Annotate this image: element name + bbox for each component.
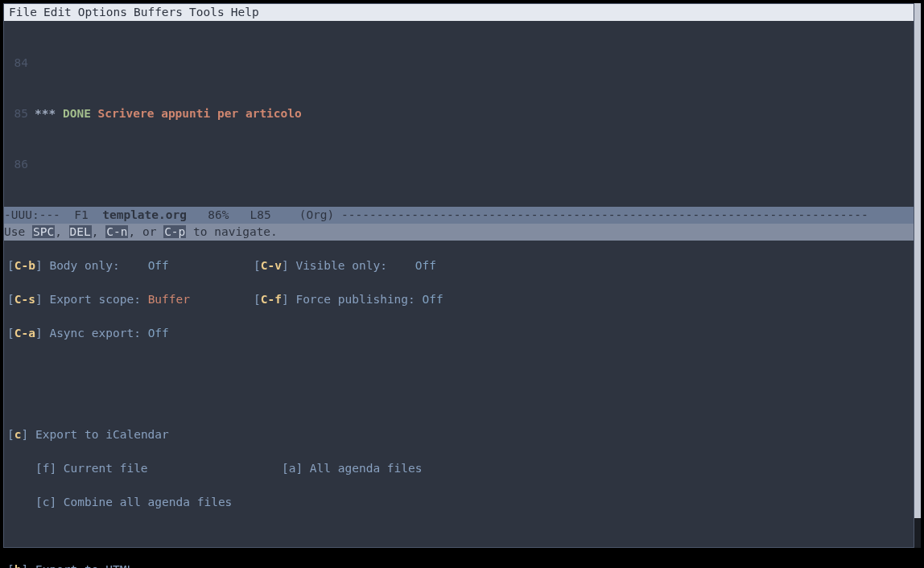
key-cp: C-p (163, 225, 186, 238)
opt-body-only-label: Body only: (49, 259, 147, 272)
org-stars: *** (35, 107, 56, 120)
key-cn: C-n (105, 225, 128, 238)
scrollbar[interactable] (914, 3, 921, 548)
menu-options[interactable]: Options (75, 4, 130, 21)
key-cf[interactable]: C-f (261, 293, 282, 306)
opt-visible-only-value: Off (415, 259, 436, 272)
menu-bar: File Edit Options Buffers Tools Help (4, 4, 914, 21)
menu-tools[interactable]: Tools (186, 4, 228, 21)
modeline-dashes: ----------------------------------------… (341, 207, 868, 224)
buffer-template-org[interactable]: 84 85*** DONE Scrivere appunti per artic… (4, 21, 914, 207)
opt-async-export-value: Off (148, 327, 169, 340)
key-ca[interactable]: C-a (14, 327, 35, 340)
key-cs[interactable]: C-s (14, 293, 35, 306)
key-cb[interactable]: C-b (14, 259, 35, 272)
key-del: DEL (69, 225, 92, 238)
menu-buffers[interactable]: Buffers (130, 4, 186, 21)
buffer-name: template.org (102, 207, 187, 224)
menu-edit[interactable]: Edit (40, 4, 75, 21)
modeline-status: -UUU:--- F1 (4, 207, 102, 224)
sub-ical-a[interactable]: [a] All agenda files (282, 462, 423, 475)
emacs-window: File Edit Options Buffers Tools Help 84 … (3, 3, 914, 548)
todo-done: DONE (63, 107, 91, 120)
opt-export-scope-value: Buffer (148, 293, 190, 306)
menu-file[interactable]: File (6, 4, 40, 21)
modeline-top[interactable]: -UUU:--- F1 template.org 86% L85 (Org) -… (4, 207, 914, 224)
help-text: Use (4, 225, 32, 238)
opt-body-only-value: Off (148, 259, 169, 272)
export-dispatcher[interactable]: [C-b] Body only: Off[C-v] Visible only: … (4, 241, 914, 568)
sub-ical-f[interactable]: [f] Current file (35, 460, 282, 477)
line-number: 85 (4, 105, 35, 122)
group-html-title: Export to HTML (35, 563, 134, 568)
key-cv[interactable]: C-v (261, 259, 282, 272)
line-number: 86 (4, 156, 35, 173)
opt-force-publishing-value: Off (423, 293, 443, 306)
help-line: Use SPC, DEL, C-n, or C-p to navigate. (4, 224, 914, 241)
modeline-pos: 86% L85 (Org) (187, 207, 341, 224)
group-ical-title: Export to iCalendar (35, 428, 169, 441)
key-spc: SPC (32, 225, 55, 238)
opt-force-publishing-label: Force publishing: (295, 293, 422, 306)
opt-async-export-label: Async export: (49, 327, 147, 340)
scrollbar-thumb[interactable] (914, 3, 921, 518)
opt-visible-only-label: Visible only: (295, 259, 415, 272)
org-heading: Scrivere appunti per articolo (98, 107, 302, 120)
menu-help[interactable]: Help (228, 4, 262, 21)
line-number: 84 (4, 55, 35, 72)
opt-export-scope-label: Export scope: (49, 293, 147, 306)
sub-ical-c[interactable]: [c] Combine all agenda files (35, 496, 232, 508)
